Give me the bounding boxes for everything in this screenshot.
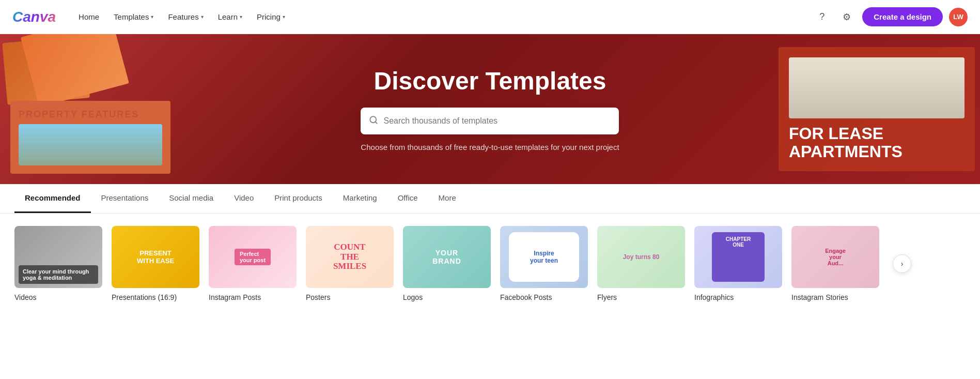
template-thumbnail: COUNTTHESMILES (306, 226, 394, 288)
template-thumbnail: Inspireyour teen (500, 226, 588, 288)
grid-item-presentations-16-9-[interactable]: PRESENTWITH EASE Presentations (16:9) (112, 226, 199, 301)
nav-features[interactable]: Features ▾ (162, 8, 209, 25)
template-thumbnail: Perfectyour post (209, 226, 297, 288)
hero-search-bar[interactable] (361, 108, 619, 134)
chevron-down-icon: ▾ (151, 14, 153, 20)
create-design-button[interactable]: Create a design (862, 7, 943, 26)
grid-item-instagram-stories[interactable]: EngageyourAud... Instagram Stories (791, 226, 879, 301)
template-label: Instagram Posts (209, 293, 297, 301)
tab-print-products[interactable]: Print products (264, 184, 333, 213)
tab-more[interactable]: More (428, 184, 466, 213)
canva-logo[interactable]: Canva (12, 9, 56, 25)
tabs-section: RecommendedPresentationsSocial mediaVide… (0, 184, 980, 214)
tab-presentations[interactable]: Presentations (91, 184, 159, 213)
nav-templates[interactable]: Templates ▾ (107, 8, 160, 25)
hero-card-apartments: FOR LEASE APARTMENTS (779, 47, 975, 171)
template-thumbnail: PRESENTWITH EASE (112, 226, 199, 288)
hero-deco-left: PROPERTY FEATURES (0, 34, 186, 184)
template-thumbnail: Joy turns 80 (597, 226, 685, 288)
hero-subtitle: Choose from thousands of free ready-to-u… (361, 143, 619, 151)
template-label: Instagram Stories (791, 293, 879, 301)
help-button[interactable]: ? (813, 8, 831, 26)
hero-title: Discover Templates (361, 67, 619, 95)
template-thumbnail: Clear your mind through yoga & meditatio… (14, 226, 102, 288)
gear-icon: ⚙ (843, 11, 851, 23)
tab-video[interactable]: Video (224, 184, 264, 213)
nav-pricing[interactable]: Pricing ▾ (251, 8, 291, 25)
grid-item-facebook-posts[interactable]: Inspireyour teen Facebook Posts (500, 226, 588, 301)
grid-item-posters[interactable]: COUNTTHESMILES Posters (306, 226, 394, 301)
tab-office[interactable]: Office (387, 184, 428, 213)
tab-social-media[interactable]: Social media (159, 184, 224, 213)
grid-item-flyers[interactable]: Joy turns 80 Flyers (597, 226, 685, 301)
grid-item-infographics[interactable]: CHAPTERONE Infographics (694, 226, 782, 301)
template-label: Facebook Posts (500, 293, 588, 301)
template-label: Flyers (597, 293, 685, 301)
nav-home[interactable]: Home (72, 8, 105, 25)
hero-content: Discover Templates Choose from thousands… (361, 67, 619, 151)
hero-card-property-title: PROPERTY FEATURES (19, 109, 162, 120)
grid-section: Clear your mind through yoga & meditatio… (0, 214, 980, 314)
template-thumbnail: YOURBRAND (403, 226, 491, 288)
nav-right: ? ⚙ Create a design LW (813, 7, 968, 26)
template-thumbnail: CHAPTERONE (694, 226, 782, 288)
hero-deco-right: FOR LEASE APARTMENTS (773, 34, 980, 184)
nav-learn[interactable]: Learn ▾ (212, 8, 248, 25)
grid-item-logos[interactable]: YOURBRAND Logos (403, 226, 491, 301)
search-icon (369, 115, 378, 127)
hero-card-apartments-text: FOR LEASE APARTMENTS (789, 125, 965, 161)
chevron-down-icon: ▾ (283, 14, 285, 20)
template-label: Videos (14, 293, 102, 301)
tab-recommended[interactable]: Recommended (14, 184, 91, 213)
hero-card-property: PROPERTY FEATURES (10, 101, 170, 174)
chevron-down-icon: ▾ (240, 14, 242, 20)
grid-item-instagram-posts[interactable]: Perfectyour post Instagram Posts (209, 226, 297, 301)
template-label: Logos (403, 293, 491, 301)
scroll-right-arrow[interactable]: › (893, 254, 911, 273)
nav-links: Home Templates ▾ Features ▾ Learn ▾ Pric… (72, 8, 813, 25)
tab-marketing[interactable]: Marketing (333, 184, 387, 213)
template-grid: Clear your mind through yoga & meditatio… (14, 226, 966, 301)
template-label: Infographics (694, 293, 782, 301)
grid-item-videos[interactable]: Clear your mind through yoga & meditatio… (14, 226, 102, 301)
navbar: Canva Home Templates ▾ Features ▾ Learn … (0, 0, 980, 34)
hero-section: PROPERTY FEATURES FOR LEASE APARTMENTS D… (0, 34, 980, 184)
chevron-down-icon: ▾ (201, 14, 204, 20)
settings-button[interactable]: ⚙ (837, 8, 856, 26)
search-input[interactable] (383, 116, 611, 126)
template-label: Posters (306, 293, 394, 301)
avatar[interactable]: LW (949, 8, 968, 26)
question-icon: ? (819, 11, 825, 22)
category-tabs: RecommendedPresentationsSocial mediaVide… (14, 184, 966, 213)
svg-line-1 (376, 122, 377, 123)
template-thumbnail: EngageyourAud... (791, 226, 879, 288)
template-label: Presentations (16:9) (112, 293, 199, 301)
